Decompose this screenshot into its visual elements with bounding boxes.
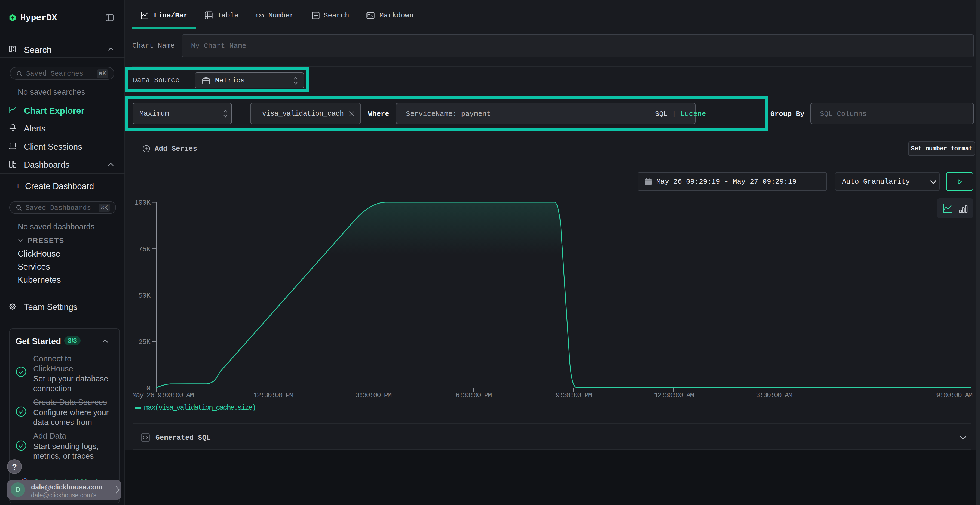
svg-text:25K: 25K bbox=[138, 338, 151, 346]
svg-text:100K: 100K bbox=[134, 199, 151, 207]
svg-text:May 26 9:00:00 AM: May 26 9:00:00 AM bbox=[132, 391, 194, 399]
svg-text:75K: 75K bbox=[138, 245, 151, 253]
svg-text:12:30:00 PM: 12:30:00 PM bbox=[253, 391, 293, 399]
svg-text:50K: 50K bbox=[138, 292, 151, 300]
svg-text:3:30:00 PM: 3:30:00 PM bbox=[355, 391, 391, 399]
svg-text:3:30:00 AM: 3:30:00 AM bbox=[756, 391, 792, 399]
svg-text:6:30:00 PM: 6:30:00 PM bbox=[455, 391, 492, 399]
svg-text:12:30:00 AM: 12:30:00 AM bbox=[654, 391, 694, 399]
svg-text:9:00:00 AM: 9:00:00 AM bbox=[936, 391, 972, 399]
svg-text:9:30:00 PM: 9:30:00 PM bbox=[555, 391, 592, 399]
